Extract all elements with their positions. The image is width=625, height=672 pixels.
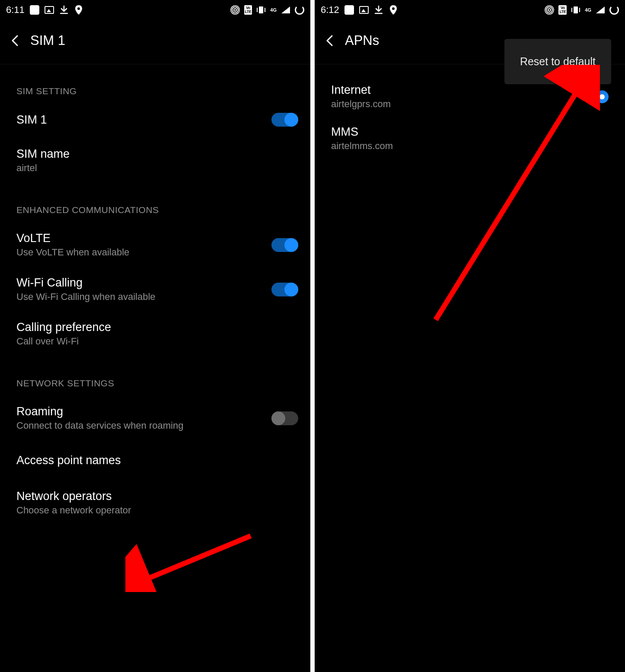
signal-bars-icon <box>596 5 605 15</box>
app-square-icon <box>344 5 354 15</box>
row-title: SIM name <box>16 147 70 161</box>
row-sim-name[interactable]: SIM name airtel <box>0 134 310 181</box>
svg-rect-10 <box>574 6 578 13</box>
signal-4g-icon: 4G <box>270 5 277 15</box>
section-header-network-settings: NETWORK SETTINGS <box>0 354 310 398</box>
image-icon <box>45 5 54 15</box>
svg-point-7 <box>548 9 551 11</box>
sim1-toggle[interactable] <box>271 113 298 127</box>
row-sub: Call over Wi-Fi <box>16 336 111 347</box>
popup-menu-reset[interactable]: Reset to default <box>504 39 611 84</box>
data-sync-icon <box>609 5 619 15</box>
signal-4g-icon: 4G <box>585 5 591 15</box>
row-title: Roaming <box>16 405 183 418</box>
page-title: APNs <box>345 33 379 48</box>
download-icon <box>374 5 383 15</box>
phone-screen-apns: 6:12 VoLTE 4G <box>315 0 625 672</box>
row-volte[interactable]: VoLTE Use VoLTE when available <box>0 225 310 265</box>
row-wifi-calling[interactable]: Wi-Fi Calling Use Wi-Fi Calling when ava… <box>0 265 310 309</box>
row-roaming[interactable]: Roaming Connect to data services when ro… <box>0 398 310 438</box>
volte-toggle[interactable] <box>271 238 298 252</box>
svg-point-6 <box>392 7 395 10</box>
row-sub: airtel <box>16 162 70 174</box>
roaming-toggle[interactable] <box>271 411 298 425</box>
wifi-calling-toggle[interactable] <box>271 283 298 296</box>
status-bar: 6:12 VoLTE 4G <box>315 0 625 20</box>
svg-rect-4 <box>259 6 263 13</box>
row-sub: Connect to data services when roaming <box>16 420 183 431</box>
row-calling-preference[interactable]: Calling preference Call over Wi-Fi <box>0 309 310 354</box>
row-access-point-names[interactable]: Access point names <box>0 438 310 474</box>
back-button[interactable] <box>10 35 20 46</box>
row-sub: Choose a network operator <box>16 505 131 516</box>
row-title: Calling preference <box>16 321 111 334</box>
vibrate-icon <box>571 5 580 15</box>
section-header-enhanced-communications: ENHANCED COMMUNICATIONS <box>0 181 310 225</box>
status-bar: 6:11 VoLTE 4G <box>0 0 310 20</box>
popup-menu-item-label: Reset to default <box>520 55 596 67</box>
apn-radio-selected[interactable] <box>596 90 609 103</box>
status-time: 6:11 <box>6 4 25 16</box>
phone-screen-sim-settings: 6:11 VoLTE 4G <box>0 0 310 672</box>
download-icon <box>59 5 69 15</box>
vibrate-icon <box>256 5 266 15</box>
signal-bars-icon <box>281 5 290 15</box>
row-title: Wi-Fi Calling <box>16 276 156 290</box>
data-sync-icon <box>295 5 304 15</box>
svg-point-8 <box>546 7 552 13</box>
app-square-icon <box>30 5 39 15</box>
row-title: Access point names <box>16 454 121 467</box>
cast-icon <box>230 5 240 15</box>
svg-point-2 <box>232 7 238 13</box>
row-network-operators[interactable]: Network operators Choose a network opera… <box>0 474 310 523</box>
app-bar: SIM 1 <box>0 20 310 64</box>
row-sub: airtelgprs.com <box>331 99 391 110</box>
status-time: 6:12 <box>321 4 339 16</box>
row-title: Internet <box>331 83 391 97</box>
svg-point-0 <box>77 7 80 10</box>
back-button[interactable] <box>324 35 335 46</box>
row-sub: Use VoLTE when available <box>16 247 129 258</box>
svg-point-1 <box>234 9 236 11</box>
row-title: MMS <box>331 125 393 139</box>
row-sub: airtelmms.com <box>331 140 393 152</box>
section-header-sim-setting: SIM SETTING <box>0 64 310 106</box>
row-sub: Use Wi-Fi Calling when available <box>16 291 156 303</box>
location-icon <box>74 5 83 15</box>
page-title: SIM 1 <box>30 33 65 48</box>
screens-divider <box>310 0 315 672</box>
location-icon <box>389 5 398 15</box>
apn-row-mms[interactable]: MMS airtelmms.com <box>315 116 625 158</box>
row-title: VoLTE <box>16 232 129 245</box>
volte-icon: VoLTE <box>244 5 252 15</box>
row-title: SIM 1 <box>16 113 47 127</box>
image-icon <box>359 5 369 15</box>
apn-radio-empty <box>596 132 609 145</box>
volte-icon: VoLTE <box>558 5 567 15</box>
row-title: Network operators <box>16 490 131 503</box>
cast-icon <box>545 5 554 15</box>
row-sim1-toggle[interactable]: SIM 1 <box>0 106 310 134</box>
